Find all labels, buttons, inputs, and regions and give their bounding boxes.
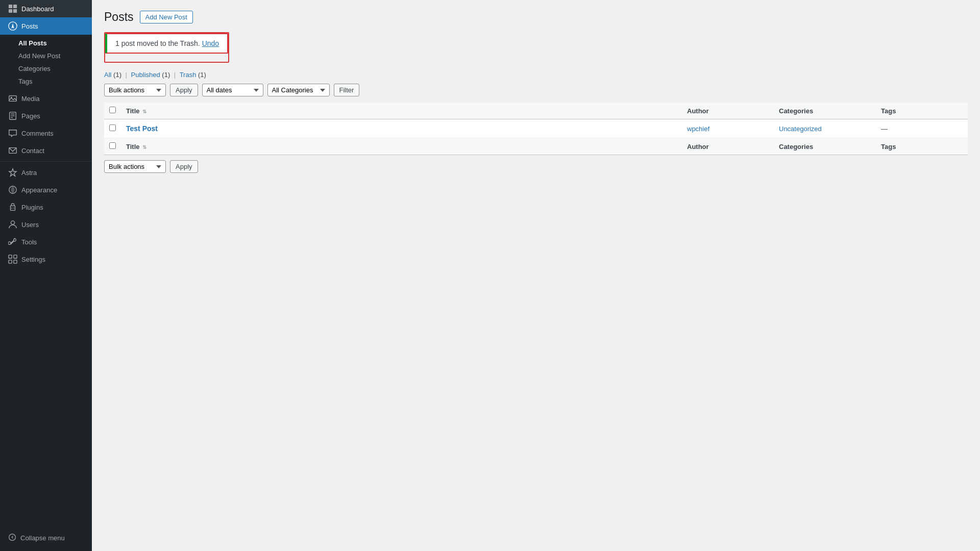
- sidebar: Dashboard Posts All Posts Add New Post C…: [0, 0, 92, 551]
- title-header[interactable]: Title ⇅: [121, 103, 682, 119]
- users-icon: [8, 220, 17, 229]
- svg-rect-0: [9, 5, 12, 8]
- all-categories-select[interactable]: All Categories Uncategorized: [267, 84, 330, 96]
- svg-rect-15: [11, 206, 15, 210]
- apply-button-bottom[interactable]: Apply: [170, 160, 198, 173]
- svg-rect-21: [9, 260, 12, 263]
- filter-all-count: (1): [113, 71, 121, 79]
- post-title-link[interactable]: Test Post: [126, 124, 158, 133]
- sidebar-item-appearance-label: Appearance: [21, 186, 57, 194]
- sidebar-item-comments-label: Comments: [21, 130, 54, 137]
- bulk-actions-select-bottom[interactable]: Bulk actions Move to Trash: [104, 160, 166, 173]
- svg-rect-20: [14, 255, 17, 258]
- undo-link[interactable]: Undo: [202, 39, 219, 47]
- appearance-icon: [8, 185, 17, 194]
- footer-title-header[interactable]: Title ⇅: [121, 138, 682, 155]
- apply-button-top[interactable]: Apply: [170, 84, 198, 96]
- sidebar-item-posts[interactable]: Posts: [0, 17, 92, 35]
- svg-rect-19: [9, 255, 12, 258]
- sidebar-item-plugins[interactable]: Plugins: [0, 198, 92, 216]
- notice-text: 1 post moved to the Trash. Undo: [115, 39, 219, 47]
- comments-icon: [8, 129, 17, 138]
- sidebar-item-users-label: Users: [21, 221, 39, 229]
- svg-rect-22: [14, 260, 17, 263]
- submenu-tags[interactable]: Tags: [0, 75, 92, 88]
- sidebar-item-settings[interactable]: Settings: [0, 251, 92, 268]
- author-header: Author: [682, 103, 774, 119]
- sidebar-item-contact[interactable]: Contact: [0, 142, 92, 159]
- svg-marker-13: [9, 169, 16, 176]
- sidebar-item-media[interactable]: Media: [0, 90, 92, 107]
- categories-header: Categories: [774, 103, 876, 119]
- row-tags-cell: —: [876, 119, 968, 138]
- posts-table: Title ⇅ Author Categories Tags Test Post…: [104, 103, 968, 155]
- svg-point-18: [11, 221, 14, 224]
- sidebar-item-tools[interactable]: Tools: [0, 233, 92, 251]
- select-all-header: [104, 103, 121, 119]
- sidebar-item-contact-label: Contact: [21, 147, 44, 155]
- pages-icon: [8, 111, 17, 120]
- row-checkbox[interactable]: [109, 124, 116, 131]
- filter-links: All (1) | Published (1) | Trash (1): [104, 71, 968, 79]
- sidebar-item-media-label: Media: [21, 95, 39, 103]
- filter-button[interactable]: Filter: [334, 84, 360, 96]
- submenu-categories[interactable]: Categories: [0, 62, 92, 75]
- sidebar-item-astra[interactable]: Astra: [0, 164, 92, 181]
- svg-rect-6: [9, 96, 16, 102]
- title-header-label: Title: [126, 107, 140, 115]
- filter-trash-link[interactable]: Trash: [180, 71, 197, 79]
- footer-author-header: Author: [682, 138, 774, 155]
- svg-rect-1: [13, 5, 17, 8]
- filter-all-link[interactable]: All: [104, 71, 111, 79]
- collapse-menu-label: Collapse menu: [20, 534, 65, 542]
- filter-published-link[interactable]: Published: [131, 71, 160, 79]
- table-header-row: Title ⇅ Author Categories Tags: [104, 103, 968, 119]
- footer-title-sort-arrows: ⇅: [142, 144, 146, 150]
- sidebar-item-plugins-label: Plugins: [21, 204, 43, 211]
- svg-marker-5: [11, 23, 14, 29]
- top-filter-bar: Bulk actions Move to Trash Apply All dat…: [104, 84, 968, 96]
- svg-rect-3: [13, 9, 17, 13]
- sidebar-item-pages[interactable]: Pages: [0, 107, 92, 124]
- title-sort-arrows: ⇅: [142, 109, 146, 114]
- bulk-actions-select-top[interactable]: Bulk actions Move to Trash: [104, 84, 166, 96]
- svg-rect-2: [9, 9, 12, 13]
- submenu-all-posts[interactable]: All Posts: [0, 37, 92, 49]
- filter-published-count: (1): [162, 71, 170, 79]
- footer-select-all-header: [104, 138, 121, 155]
- filter-trash-count: (1): [198, 71, 206, 79]
- page-header: Posts Add New Post: [104, 10, 968, 24]
- tags-header: Tags: [876, 103, 968, 119]
- sidebar-item-dashboard[interactable]: Dashboard: [0, 0, 92, 17]
- sidebar-item-appearance[interactable]: Appearance: [0, 181, 92, 198]
- row-checkbox-cell: [104, 119, 121, 138]
- select-all-checkbox[interactable]: [109, 107, 116, 113]
- media-icon: [8, 94, 17, 103]
- add-new-post-button[interactable]: Add New Post: [140, 11, 193, 23]
- submenu-add-new-post[interactable]: Add New Post: [0, 49, 92, 62]
- astra-icon: [8, 168, 17, 177]
- posts-icon: [8, 21, 17, 31]
- all-dates-select[interactable]: All dates: [202, 84, 263, 96]
- bottom-filter-bar: Bulk actions Move to Trash Apply: [104, 160, 968, 173]
- footer-tags-header: Tags: [876, 138, 968, 155]
- sidebar-item-users[interactable]: Users: [0, 216, 92, 233]
- author-link[interactable]: wpchief: [687, 125, 709, 133]
- footer-categories-header: Categories: [774, 138, 876, 155]
- sidebar-item-settings-label: Settings: [21, 256, 45, 263]
- notice-bar: 1 post moved to the Trash. Undo: [105, 33, 228, 54]
- row-author-cell: wpchief: [682, 119, 774, 138]
- contact-icon: [8, 146, 17, 155]
- collapse-icon: [8, 533, 16, 543]
- table-footer-header-row: Title ⇅ Author Categories Tags: [104, 138, 968, 155]
- page-title: Posts: [104, 10, 134, 24]
- row-categories-cell: Uncategorized: [774, 119, 876, 138]
- category-link[interactable]: Uncategorized: [779, 125, 822, 133]
- footer-select-all-checkbox[interactable]: [109, 142, 116, 149]
- sidebar-item-dashboard-label: Dashboard: [21, 5, 54, 13]
- dashboard-icon: [8, 4, 17, 13]
- notice-message: 1 post moved to the Trash.: [115, 39, 200, 47]
- sidebar-item-comments[interactable]: Comments: [0, 124, 92, 142]
- notice-wrapper: 1 post moved to the Trash. Undo: [104, 32, 229, 63]
- collapse-menu-button[interactable]: Collapse menu: [0, 529, 92, 547]
